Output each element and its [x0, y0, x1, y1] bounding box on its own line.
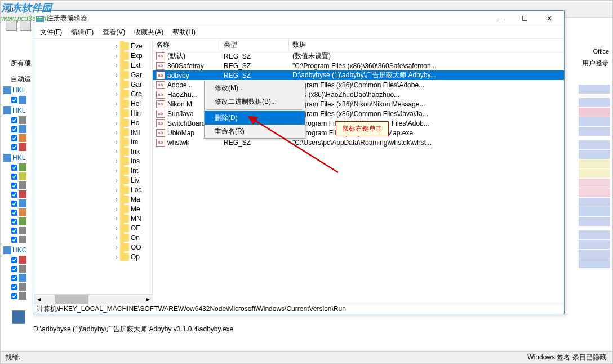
maximize-button[interactable]: ☐ [512, 11, 537, 26]
tree-item[interactable]: ›Gar [33, 79, 152, 89]
expand-icon[interactable]: › [113, 186, 120, 194]
hk-section-1[interactable]: HKL [3, 85, 32, 95]
menu-help[interactable]: 帮助(H) [168, 26, 200, 38]
tree-item[interactable]: ›Ho [33, 118, 152, 127]
menu-view[interactable]: 查看(V) [98, 26, 130, 38]
col-type[interactable]: 类型 [220, 39, 289, 51]
ctx-delete[interactable]: 删除(D) [205, 111, 305, 125]
regedit-titlebar[interactable]: 注册表编辑器 ─ ☐ ✕ [33, 11, 564, 26]
expand-icon[interactable]: › [113, 157, 120, 165]
check-2c[interactable] [11, 135, 17, 141]
item-icon [19, 227, 26, 234]
check-4c[interactable] [11, 275, 17, 281]
check-3h[interactable] [11, 228, 17, 234]
tree-scrollbar-h[interactable]: ◂ ▸ [34, 294, 153, 304]
tree-item[interactable]: ›Hel [33, 99, 152, 108]
menu-edit[interactable]: 编辑(E) [66, 26, 98, 38]
menu-favorites[interactable]: 收藏夹(A) [130, 26, 168, 38]
tree-item[interactable]: ›Op [33, 252, 152, 261]
tab-auto[interactable]: 自动运 [11, 74, 31, 84]
check-3c[interactable] [11, 183, 17, 189]
expand-icon[interactable]: › [113, 138, 120, 146]
tree-item[interactable]: ›Ma [33, 194, 152, 204]
expand-icon[interactable]: › [113, 61, 120, 69]
tree-item[interactable]: ›MN [33, 214, 152, 223]
tree-item[interactable]: ›Ink [33, 147, 152, 156]
folder-icon [120, 52, 129, 60]
tree-item[interactable]: ›OO [33, 242, 152, 252]
check-3b[interactable] [11, 174, 17, 180]
expand-icon[interactable]: › [113, 71, 120, 79]
expand-icon[interactable]: › [113, 90, 120, 98]
expand-icon[interactable]: › [113, 119, 120, 127]
tree-item[interactable]: ›Int [33, 166, 152, 175]
regedit-tree[interactable]: ›Eve›Exp›Ext›Gar›Gar›Grc›Hel›Hin›Ho›IMI›… [33, 39, 153, 304]
expand-icon[interactable]: › [113, 100, 120, 108]
expand-icon[interactable]: › [113, 196, 120, 203]
tree-item[interactable]: ›Eve [33, 41, 152, 51]
userlogin-label[interactable]: 用户登录 [582, 59, 609, 68]
tree-item[interactable]: ›Ins [33, 156, 152, 166]
check-3i[interactable] [11, 237, 17, 243]
tree-item[interactable]: ›Hin [33, 108, 152, 118]
registry-value-row[interactable]: ab(默认)REG_SZ(数值未设置) [153, 51, 564, 61]
tree-item[interactable]: ›Loc [33, 185, 152, 194]
close-button[interactable]: ✕ [537, 11, 562, 26]
expand-icon[interactable]: › [113, 176, 120, 184]
tree-item[interactable]: ›Gar [33, 70, 152, 79]
check-3e[interactable] [11, 201, 17, 207]
expand-icon[interactable]: › [113, 234, 120, 242]
hk-section-4[interactable]: HKC [3, 245, 32, 255]
expand-icon[interactable]: › [113, 148, 120, 156]
tree-item[interactable]: ›OE [33, 223, 152, 233]
registry-value-row[interactable]: ab360SafetrayREG_SZ"C:\Program Files (x8… [153, 61, 564, 70]
tree-item[interactable]: ›Grc [33, 89, 152, 99]
check-2a[interactable] [11, 117, 17, 123]
ctx-rename[interactable]: 重命名(R) [205, 125, 305, 138]
expand-icon[interactable]: › [113, 243, 120, 251]
registry-value-row[interactable]: abwhstwkREG_SZ"C:\Users\pc\AppData\Roami… [153, 137, 564, 147]
tree-item[interactable]: ›Me [33, 204, 152, 214]
check-2b[interactable] [11, 126, 17, 132]
check-4b[interactable] [11, 266, 17, 272]
tree-item[interactable]: ›Ext [33, 60, 152, 70]
col-name[interactable]: 名称 [153, 39, 220, 51]
hk-section-3[interactable]: HKL [3, 153, 32, 163]
check-3a[interactable] [11, 165, 17, 171]
expand-icon[interactable]: › [113, 253, 120, 261]
check-2d[interactable] [11, 144, 17, 150]
expand-icon[interactable]: › [113, 52, 120, 60]
expand-icon[interactable]: › [113, 205, 120, 213]
menu-file[interactable]: 文件(F) [35, 26, 66, 38]
value-data: Program Files (x86)\Common Files\Java\Ja… [289, 110, 564, 118]
check-4e[interactable] [11, 293, 17, 299]
expand-icon[interactable]: › [113, 128, 120, 136]
minimize-button[interactable]: ─ [487, 11, 512, 26]
ctx-modify[interactable]: 修改(M)... [205, 81, 305, 95]
check-3f[interactable] [11, 210, 17, 216]
expand-icon[interactable]: › [113, 224, 120, 232]
check-3g[interactable] [11, 219, 17, 225]
check-3d[interactable] [11, 192, 17, 198]
item-icon [19, 163, 26, 171]
tree-item[interactable]: ›On [33, 233, 152, 242]
expand-icon[interactable]: › [113, 109, 120, 117]
check-4d[interactable] [11, 284, 17, 290]
tree-item[interactable]: ›Im [33, 137, 152, 147]
tab-all[interactable]: 所有项 [11, 59, 31, 68]
expand-icon[interactable]: › [113, 81, 120, 88]
expand-icon[interactable]: › [113, 215, 120, 223]
tree-item[interactable]: ›Exp [33, 51, 152, 60]
tree-item[interactable]: ›Liv [33, 175, 152, 185]
tree-label: Gar [131, 71, 142, 79]
col-data[interactable]: 数据 [289, 39, 564, 51]
hk-section-2[interactable]: HKL [3, 105, 32, 116]
tree-item[interactable]: ›IMI [33, 127, 152, 137]
expand-icon[interactable]: › [113, 167, 120, 175]
registry-value-row[interactable]: abadbybyREG_SZD:\adbybyse (1)\adbyby\广告屏… [153, 70, 564, 80]
check-4a[interactable] [11, 257, 17, 263]
check-1[interactable] [11, 97, 17, 103]
ctx-modify-binary[interactable]: 修改二进制数据(B)... [205, 95, 305, 108]
scrollbar-thumb[interactable] [55, 295, 88, 304]
expand-icon[interactable]: › [113, 42, 120, 50]
